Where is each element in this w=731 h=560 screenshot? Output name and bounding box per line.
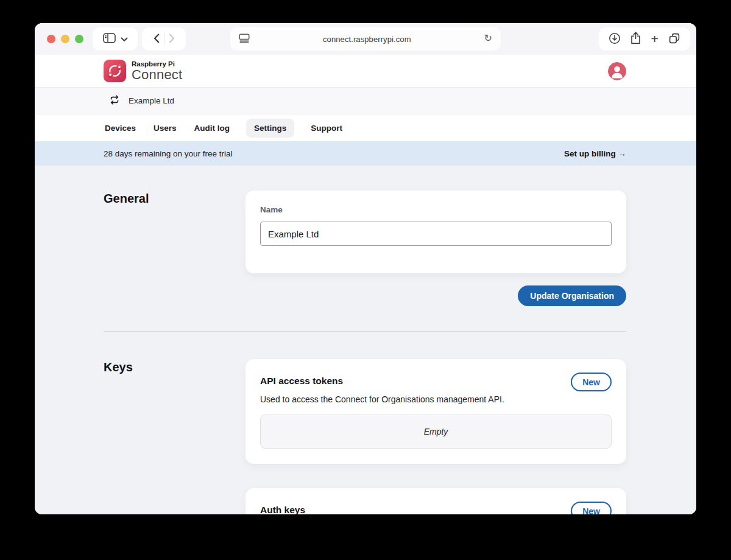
- update-organisation-button[interactable]: Update Organisation: [518, 285, 626, 306]
- org-name-label: Example Ltd: [129, 96, 174, 105]
- auth-keys-title: Auth keys: [260, 502, 305, 514]
- empty-state-label: Empty: [424, 427, 448, 436]
- tab-overview-button[interactable]: [668, 32, 680, 46]
- close-window-button[interactable]: [47, 35, 55, 43]
- api-tokens-card: API access tokens New Used to access the…: [245, 359, 626, 464]
- url-text: connect.raspberrypi.com: [250, 35, 484, 44]
- toolbar-divider: [164, 33, 164, 45]
- general-actions: Update Organisation: [104, 285, 626, 306]
- forward-button[interactable]: [169, 33, 175, 45]
- nav-tabs: Devices Users Audit log Settings Support: [35, 114, 696, 141]
- reload-button[interactable]: ↻: [484, 34, 492, 44]
- name-field-label: Name: [260, 205, 612, 214]
- new-auth-key-button[interactable]: New: [571, 502, 612, 514]
- general-card: Name: [245, 191, 626, 273]
- api-tokens-description: Used to access the Connect for Organisat…: [260, 394, 612, 404]
- plus-icon: +: [651, 32, 658, 45]
- auth-keys-card: Auth keys New: [245, 488, 626, 514]
- keys-section: Keys API access tokens New Used to acces…: [104, 359, 626, 464]
- sidebar-toggle-group: [93, 27, 138, 51]
- brand-name-label: Connect: [132, 68, 182, 82]
- minimize-window-button[interactable]: [61, 35, 69, 43]
- setup-billing-link[interactable]: Set up billing →: [564, 149, 626, 158]
- fullscreen-window-button[interactable]: [75, 35, 83, 43]
- sidebar-icon: [103, 33, 116, 45]
- auth-keys-section: Auth keys New: [104, 488, 626, 514]
- connect-logo-icon: [104, 60, 126, 82]
- browser-toolbar: connect.raspberrypi.com ↻: [35, 23, 696, 55]
- keys-heading: Keys: [104, 359, 245, 375]
- downloads-button[interactable]: [609, 32, 621, 46]
- download-icon: [609, 32, 621, 46]
- reload-icon: ↻: [484, 33, 492, 43]
- swap-icon: [108, 95, 121, 107]
- share-button[interactable]: [630, 32, 641, 46]
- trial-banner: 28 days remaining on your free trial Set…: [35, 141, 696, 166]
- back-button[interactable]: [154, 33, 160, 45]
- tab-settings[interactable]: Settings: [246, 119, 294, 138]
- tab-audit-log[interactable]: Audit log: [193, 119, 231, 138]
- person-icon: [608, 73, 626, 80]
- page-settings-icon[interactable]: [239, 33, 250, 45]
- brand[interactable]: Raspberry Pi Connect: [104, 60, 182, 82]
- general-heading: General: [104, 191, 245, 206]
- tab-support[interactable]: Support: [309, 119, 344, 138]
- sidebar-chevron-button[interactable]: [121, 35, 128, 44]
- address-bar[interactable]: connect.raspberrypi.com ↻: [230, 27, 501, 51]
- section-divider: [104, 331, 626, 332]
- api-tokens-title: API access tokens: [260, 373, 343, 387]
- org-switcher[interactable]: Example Ltd: [35, 87, 696, 114]
- chevron-left-icon: [154, 33, 160, 45]
- share-icon: [630, 32, 641, 46]
- new-api-token-button[interactable]: New: [571, 373, 612, 391]
- site-header: Raspberry Pi Connect: [35, 55, 696, 87]
- api-tokens-empty-state: Empty: [260, 415, 612, 449]
- chevron-right-icon: [169, 33, 175, 45]
- desktop-background: { "browser": { "url": "connect.raspberry…: [0, 0, 731, 560]
- browser-window: connect.raspberrypi.com ↻: [35, 23, 696, 514]
- settings-page: General Name Update Organisation Keys AP…: [35, 166, 696, 514]
- chevron-down-icon: [121, 35, 128, 44]
- tab-users[interactable]: Users: [152, 119, 178, 138]
- toolbar-right-group: +: [599, 27, 690, 51]
- tabs-overview-icon: [668, 32, 680, 46]
- tab-devices[interactable]: Devices: [104, 119, 137, 138]
- trial-message: 28 days remaining on your free trial: [104, 149, 233, 158]
- brand-text: Raspberry Pi Connect: [132, 60, 182, 82]
- history-nav-group: [142, 27, 186, 51]
- user-avatar[interactable]: [608, 62, 626, 80]
- sidebar-toggle-button[interactable]: [103, 33, 116, 45]
- new-tab-button[interactable]: +: [651, 33, 658, 46]
- org-name-input[interactable]: [260, 222, 612, 246]
- general-section: General Name: [104, 191, 626, 273]
- window-controls: [47, 35, 83, 43]
